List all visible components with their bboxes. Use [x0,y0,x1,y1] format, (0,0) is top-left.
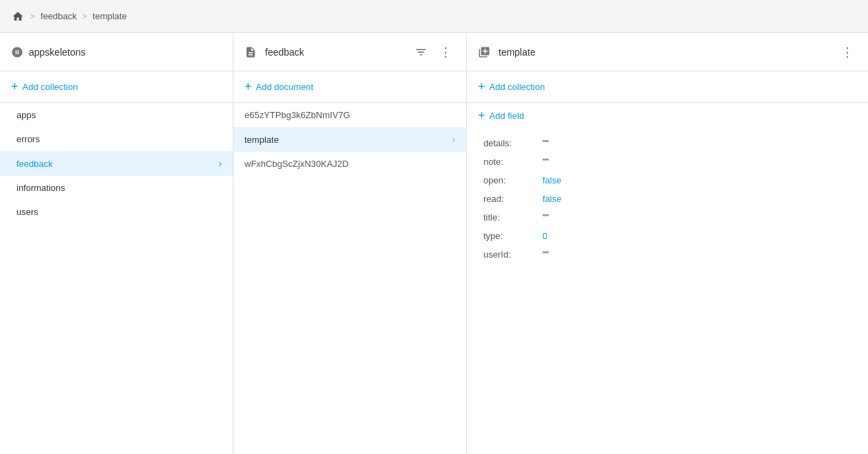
field-row-note: note: "" [467,152,868,171]
more-vert-icon-middle[interactable]: ⋮ [436,43,455,62]
collection-name-errors: errors [16,134,40,144]
field-row-title: title: "" [467,208,868,227]
plus-icon-right: + [478,80,486,94]
doc-id-0: e65zYTPbg3k6ZbNmIV7G [244,110,350,120]
breadcrumb-sep-1: > [30,12,35,21]
collection-item-apps[interactable]: apps [0,103,233,127]
field-value-userid[interactable]: "" [542,249,549,260]
add-document-label: Add document [256,82,314,92]
main-layout: appskeletons + Add collection apps error… [0,33,868,454]
home-icon[interactable] [11,10,25,23]
field-value-read[interactable]: false [542,194,561,204]
field-row-read: read: false [467,190,868,208]
middle-panel-header: feedback ⋮ [233,33,466,71]
left-panel: appskeletons + Add collection apps error… [0,33,233,454]
doc-item-2[interactable]: wFxhCbgScZjxN30KAJ2D [233,152,466,176]
field-key-open: open: [483,175,538,185]
app-header: appskeletons [0,33,233,71]
right-panel-header: template ⋮ [467,33,868,71]
collection-name-apps: apps [16,110,36,120]
middle-panel-actions: ⋮ [411,43,455,62]
fields-area: details: "" note: "" open: false read: f… [467,128,868,454]
doc-id-2: wFxhCbgScZjxN30KAJ2D [244,159,349,169]
field-key-read: read: [483,194,538,204]
collection-name-informations: informations [16,183,65,193]
add-document-button[interactable]: + Add document [233,71,466,103]
field-key-title: title: [483,212,538,223]
more-vert-icon-right[interactable]: ⋮ [838,43,857,62]
collection-name-feedback: feedback [16,159,53,169]
add-collection-label-right: Add collection [490,82,545,92]
field-row-type: type: 0 [467,227,868,245]
add-collection-button-left[interactable]: + Add collection [0,71,233,103]
add-field-label: Add field [490,111,525,121]
field-value-type[interactable]: 0 [542,231,547,241]
collection-list: apps errors feedback › informations user… [0,103,233,454]
breadcrumb-feedback[interactable]: feedback [41,11,77,21]
document-icon [244,46,257,58]
add-collection-label-left: Add collection [23,82,78,92]
collection-item-users[interactable]: users [0,200,233,224]
add-field-button[interactable]: + Add field [467,103,868,128]
right-panel-title: template [499,47,832,58]
breadcrumb-sep-2: > [82,12,87,21]
chevron-right-icon-feedback: › [218,158,222,169]
doc-item-template[interactable]: template › [233,127,466,152]
field-value-open[interactable]: false [542,175,561,185]
appskeletons-icon [11,45,23,58]
field-value-note[interactable]: "" [542,157,549,167]
add-collection-button-right[interactable]: + Add collection [467,71,868,103]
collection-icon-right [478,46,490,58]
plus-icon-left: + [11,80,19,94]
plus-icon-middle: + [244,80,252,94]
field-key-userid: userId: [483,249,538,260]
collection-item-errors[interactable]: errors [0,127,233,151]
collection-item-informations[interactable]: informations [0,176,233,200]
field-row-details: details: "" [467,134,868,152]
field-row-userid: userId: "" [467,245,868,264]
app-name: appskeletons [29,47,86,58]
document-list: e65zYTPbg3k6ZbNmIV7G template › wFxhCbgS… [233,103,466,454]
breadcrumb-template[interactable]: template [93,11,127,21]
middle-panel-title: feedback [265,47,406,58]
field-key-details: details: [483,138,538,148]
plus-icon-field: + [478,109,486,123]
collection-item-feedback[interactable]: feedback › [0,151,233,176]
chevron-right-icon-template: › [452,134,455,145]
right-panel: template ⋮ + Add collection + Add field … [467,33,868,454]
field-row-open: open: false [467,171,868,190]
field-value-title[interactable]: "" [542,212,549,223]
field-value-details[interactable]: "" [542,138,549,148]
collection-name-users: users [16,207,38,217]
doc-id-template: template [244,135,279,145]
doc-item-0[interactable]: e65zYTPbg3k6ZbNmIV7G [233,103,466,127]
middle-panel: feedback ⋮ + Add document e65zYTPbg3k6Zb… [233,33,467,454]
breadcrumb: > feedback > template [0,0,868,33]
field-key-type: type: [483,231,538,241]
right-panel-actions: ⋮ [838,43,857,62]
field-key-note: note: [483,157,538,167]
filter-icon[interactable] [411,43,431,62]
